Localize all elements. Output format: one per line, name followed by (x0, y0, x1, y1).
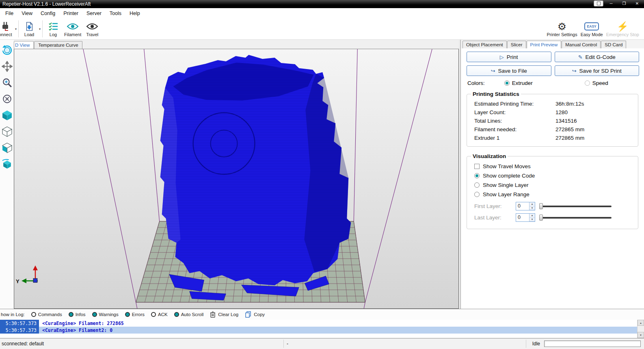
show-single-layer-radio[interactable]: Show Single Layer (471, 180, 634, 190)
stat-label: Filament needed: (474, 126, 555, 132)
menubar: File View Config Printer Server Tools He… (0, 8, 644, 18)
emergency-stop-button[interactable]: ⚡ Emergency Stop (605, 19, 641, 39)
spin-up-icon[interactable]: ▲ (529, 202, 535, 206)
toggle-circle-icon (31, 312, 36, 317)
right-panel: Object Placement Slicer Print Preview Ma… (460, 40, 644, 309)
log-timestamp: 5:30:57.373 (0, 320, 39, 327)
log-section: how in Log: Commands Infos Warnings Erro… (0, 309, 644, 338)
spin-down-icon[interactable]: ▼ (529, 206, 535, 210)
zoom-icon[interactable] (2, 77, 13, 88)
front-view-cube-icon[interactable] (2, 142, 13, 153)
spin-up-icon[interactable]: ▲ (529, 214, 535, 218)
restore-button[interactable]: ❐ (619, 0, 629, 7)
spin-down-icon[interactable]: ▼ (529, 218, 535, 222)
show-filament-button[interactable]: Filament (63, 19, 83, 39)
print-button-label: Print (507, 54, 518, 60)
toggle-label: Infos (76, 312, 86, 317)
slider-handle[interactable] (539, 215, 543, 221)
log-toggle-ack[interactable]: ACK (151, 312, 168, 317)
print-button[interactable]: ▷ Print (467, 52, 551, 62)
tab-3d-view[interactable]: D View (14, 41, 34, 49)
connect-button[interactable]: onnect (0, 19, 15, 39)
tab-object-placement[interactable]: Object Placement (462, 41, 507, 48)
clear-log-label: Clear Log (218, 312, 238, 317)
top-view-cube-icon[interactable] (2, 126, 13, 137)
toggle-label: Auto Scroll (181, 312, 204, 317)
log-message: <CuraEngine> Filament2: 0 (39, 327, 637, 334)
show-travel-moves-checkbox[interactable]: Show Travel Moves (471, 162, 634, 171)
easy-badge: EASY (584, 22, 599, 30)
log-toggle-autoscroll[interactable]: Auto Scroll (174, 312, 204, 317)
minimize-button[interactable]: ─ (606, 0, 616, 7)
orbit-view-icon[interactable] (2, 45, 13, 56)
copy-icon (245, 311, 251, 318)
stat-value: 272865 mm (555, 126, 634, 132)
log-output[interactable]: 5:30:57.373 <CuraEngine> Filament: 27286… (0, 320, 637, 338)
easy-mode-button[interactable]: EASY Easy Mode (579, 19, 605, 39)
log-toggle-errors[interactable]: Errors (125, 312, 145, 317)
tab-print-preview[interactable]: Print Preview (527, 41, 562, 48)
tab-sd-card[interactable]: SD Card (601, 41, 626, 48)
log-label: Log (50, 32, 57, 37)
show-complete-code-radio[interactable]: Show complete Code (471, 171, 634, 180)
log-toolbar: how in Log: Commands Infos Warnings Erro… (0, 309, 644, 320)
travel-eye-icon (86, 21, 98, 32)
checkbox-icon (474, 164, 480, 169)
copy-log-label: Copy (254, 312, 265, 317)
save-to-file-button[interactable]: ↪ Save to File (467, 65, 551, 76)
slider-handle[interactable] (539, 203, 543, 209)
last-layer-slider[interactable] (539, 214, 612, 221)
toggle-circle-icon (174, 312, 179, 317)
first-layer-slider[interactable] (539, 203, 612, 210)
clear-log-button[interactable]: Clear Log (210, 311, 238, 318)
log-list-icon (48, 21, 58, 32)
log-toggle-button[interactable]: Log (44, 19, 63, 39)
show-travel-button[interactable]: Travel (83, 19, 102, 39)
iso-view-cube-icon[interactable] (2, 110, 13, 121)
tab-temperature-curve[interactable]: Temperature Curve (34, 41, 82, 49)
menu-file[interactable]: File (1, 9, 17, 18)
stat-value: 36h:8m:12s (555, 101, 634, 107)
connect-caret-icon[interactable]: ▾ (15, 27, 17, 31)
last-layer-value: 0 (516, 214, 529, 221)
viewport-3d[interactable]: Y (14, 49, 459, 309)
last-layer-stepper[interactable]: 0 ▲ ▼ (516, 213, 535, 222)
menu-help[interactable]: Help (125, 9, 144, 18)
show-complete-label: Show complete Code (483, 173, 535, 179)
tab-manual-control[interactable]: Manual Control (562, 41, 601, 48)
scroll-up-icon[interactable]: ▲ (638, 320, 644, 326)
menu-view[interactable]: View (17, 9, 37, 18)
toggle-circle-icon (125, 312, 130, 317)
rotate-object-cube-icon[interactable] (2, 158, 13, 169)
radio-icon (474, 192, 480, 197)
stat-label: Extruder 1 (474, 135, 555, 141)
save-for-sd-button[interactable]: ↪ Save for SD Print (555, 65, 640, 76)
menu-config[interactable]: Config (37, 9, 59, 18)
tab-slicer[interactable]: Slicer (507, 41, 526, 48)
pan-view-icon[interactable] (2, 61, 13, 72)
printer-settings-button[interactable]: ⚙ Printer Settings (545, 19, 579, 39)
menu-tools[interactable]: Tools (106, 9, 125, 18)
colors-extruder-radio[interactable]: Extruder (504, 80, 533, 86)
load-button[interactable]: Load (20, 19, 39, 39)
log-scrollbar[interactable]: ▲ ▼ (637, 320, 644, 338)
window-extra-button[interactable] (594, 0, 603, 7)
show-single-label: Show Single Layer (483, 182, 529, 188)
printing-statistics-title: Printing Statistics (471, 91, 521, 97)
menu-server[interactable]: Server (82, 9, 106, 18)
log-toggle-commands[interactable]: Commands (31, 312, 62, 317)
scroll-down-icon[interactable]: ▼ (638, 332, 644, 338)
load-caret-icon[interactable]: ▾ (39, 27, 41, 31)
log-toggle-warnings[interactable]: Warnings (92, 312, 119, 317)
first-layer-value: 0 (516, 202, 529, 210)
first-layer-stepper[interactable]: 0 ▲ ▼ (516, 202, 535, 210)
colors-speed-radio[interactable]: Speed (585, 80, 608, 86)
edit-gcode-button[interactable]: ✎ Edit G-Code (555, 52, 640, 62)
log-toggle-infos[interactable]: Infos (69, 312, 86, 317)
copy-log-button[interactable]: Copy (245, 311, 265, 318)
close-button[interactable]: ✕ (632, 0, 642, 7)
reset-view-icon[interactable] (2, 93, 13, 104)
page-icon (597, 2, 601, 5)
menu-printer[interactable]: Printer (59, 9, 82, 18)
show-layer-range-radio[interactable]: Show Layer Range (471, 190, 634, 199)
